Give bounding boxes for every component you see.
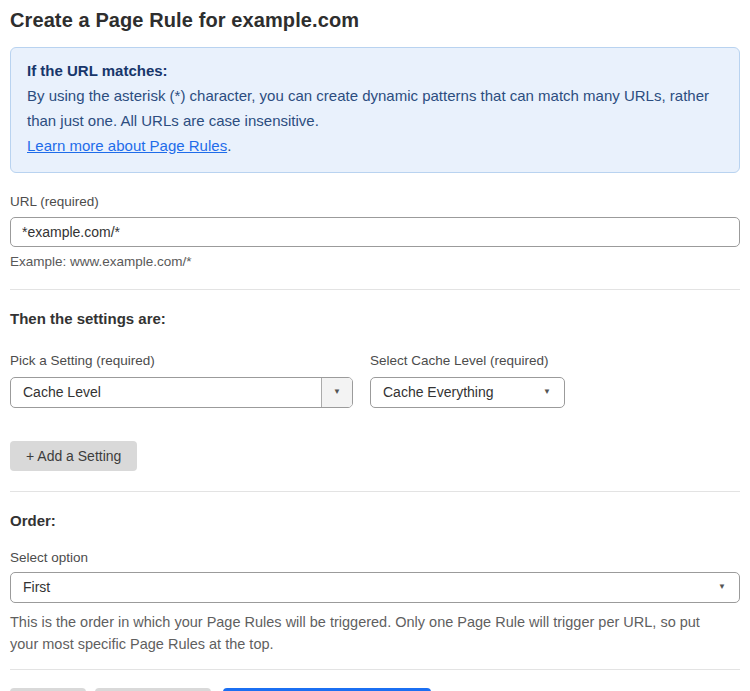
cache-level-value: Cache Everything [371, 384, 543, 400]
cache-level-column: Select Cache Level (required) Cache Ever… [370, 353, 565, 408]
pick-setting-column: Pick a Setting (required) Cache Level ▼ [10, 353, 353, 408]
info-box-body: By using the asterisk (*) character, you… [27, 84, 723, 159]
settings-section-heading: Then the settings are: [10, 310, 740, 327]
divider-after-settings [10, 491, 740, 492]
cache-level-dropdown[interactable]: Cache Everything ▼ [370, 377, 565, 408]
chevron-down-icon: ▼ [718, 583, 726, 591]
order-value: First [11, 579, 718, 595]
chevron-down-icon: ▼ [333, 388, 341, 396]
cache-level-arrow-wrap: ▼ [543, 388, 564, 396]
cache-level-label: Select Cache Level (required) [370, 353, 565, 368]
pick-setting-dropdown-button[interactable]: ▼ [321, 378, 352, 407]
info-box-body-text: By using the asterisk (*) character, you… [27, 87, 709, 129]
order-help-text: This is the order in which your Page Rul… [10, 611, 732, 656]
url-field-hint: Example: www.example.com/* [10, 254, 740, 269]
order-section-heading: Order: [10, 512, 740, 529]
page-title: Create a Page Rule for example.com [10, 9, 740, 32]
save-and-deploy-button[interactable]: Save and Deploy Page Rule [223, 688, 431, 691]
pick-setting-label: Pick a Setting (required) [10, 353, 353, 368]
url-input[interactable] [10, 217, 740, 247]
url-field-label: URL (required) [10, 194, 740, 209]
order-arrow-wrap: ▼ [718, 583, 739, 591]
url-matches-info-box: If the URL matches: By using the asteris… [10, 47, 740, 173]
order-select-label: Select option [10, 550, 740, 565]
divider-after-url [10, 289, 740, 290]
order-dropdown[interactable]: First ▼ [10, 572, 740, 603]
save-as-draft-button[interactable]: Save as Draft [95, 688, 212, 691]
info-box-heading: If the URL matches: [27, 59, 723, 84]
pick-setting-dropdown[interactable]: Cache Level ▼ [10, 377, 353, 408]
learn-more-link[interactable]: Learn more about Page Rules [27, 137, 227, 154]
create-page-rule-form: Create a Page Rule for example.com If th… [0, 9, 750, 691]
divider-before-actions [10, 669, 740, 670]
cancel-button[interactable]: Cancel [10, 688, 86, 691]
chevron-down-icon: ▼ [543, 388, 551, 396]
pick-setting-value: Cache Level [11, 384, 321, 400]
form-actions: Cancel Save as Draft Save and Deploy Pag… [10, 688, 740, 691]
add-setting-button[interactable]: + Add a Setting [10, 441, 137, 471]
link-suffix: . [227, 137, 231, 154]
settings-row: Pick a Setting (required) Cache Level ▼ … [10, 353, 740, 408]
